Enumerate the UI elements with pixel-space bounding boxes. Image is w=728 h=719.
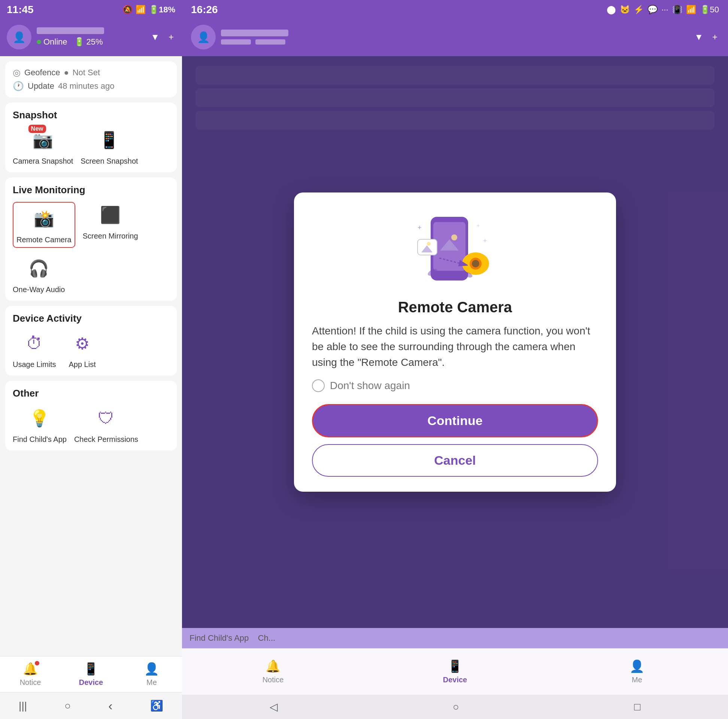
- screen-snapshot-icon-wrap: 📱: [96, 127, 122, 153]
- header-info-right: [221, 30, 688, 44]
- info-section: ◎ Geofence ● Not Set 🕐 Update 48 minutes…: [5, 61, 177, 97]
- header-right: 👤 ▼ +: [182, 20, 728, 56]
- avatar-right: 👤: [191, 25, 216, 49]
- notification-icon: 🔕: [122, 5, 133, 15]
- status-icons-left: 🔕 📶 🔋18%: [122, 5, 175, 15]
- other-items: 💡 Find Child's App 🛡 Check Permissions: [13, 405, 169, 444]
- header-actions-right: ▼ +: [693, 30, 719, 44]
- live-monitoring-title: Live Monitoring: [13, 184, 169, 196]
- svg-point-3: [451, 234, 457, 240]
- find-childs-app-label: Find Child's App: [13, 435, 67, 444]
- app-list-label: App List: [69, 360, 95, 369]
- wifi-right-icon: 📶: [686, 5, 696, 15]
- new-badge: New: [29, 125, 46, 133]
- me-icon-right: 👤: [630, 659, 644, 673]
- home-button-right[interactable]: ○: [453, 701, 459, 713]
- username-bar: [37, 28, 104, 34]
- app-list-icon: ⚙: [75, 334, 90, 353]
- find-childs-app-button[interactable]: 💡 Find Child's App: [13, 405, 67, 444]
- header-actions: ▼ +: [149, 30, 175, 44]
- one-way-audio-icon: 🎧: [29, 259, 49, 278]
- camera-snapshot-button[interactable]: New 📷 Camera Snapshot: [13, 127, 73, 165]
- nav-device-left[interactable]: 📱 Device: [61, 656, 121, 692]
- dropdown-button[interactable]: ▼: [149, 30, 161, 44]
- nav-me-left[interactable]: 👤 Me: [121, 656, 182, 692]
- usage-limits-button[interactable]: ⏱ Usage Limits: [13, 330, 56, 369]
- nav-notice-label-right: Notice: [263, 676, 284, 684]
- check-permissions-button[interactable]: 🛡 Check Permissions: [74, 405, 138, 444]
- screen-snapshot-icon: 📱: [99, 130, 119, 150]
- modal-body: Attention! If the child is using the cam…: [312, 323, 598, 370]
- modal-illustration: + + +: [406, 208, 504, 290]
- battery-percent: 25%: [87, 37, 103, 47]
- add-button[interactable]: +: [167, 30, 175, 44]
- system-nav-left: ||| ○ ‹ ♿: [0, 692, 182, 719]
- add-button-right[interactable]: +: [711, 30, 719, 44]
- camera-snapshot-icon-wrap: New 📷: [30, 127, 56, 153]
- screen-snapshot-button[interactable]: 📱 Screen Snapshot: [81, 127, 138, 165]
- screen-mirroring-label: Screen Mirroring: [83, 232, 138, 240]
- update-value: 48 minutes ago: [58, 81, 114, 91]
- camera-snapshot-icon: 📷: [32, 130, 53, 150]
- notice-icon-right: 🔔: [266, 659, 280, 673]
- remote-camera-button[interactable]: 📸 Remote Camera: [13, 202, 75, 248]
- nav-me-right[interactable]: 👤 Me: [546, 654, 728, 689]
- accessibility-icon: ♿: [150, 699, 163, 712]
- find-childs-app-icon-wrap: 💡: [27, 405, 53, 431]
- nav-notice-left[interactable]: 🔔 Notice: [0, 656, 61, 692]
- app-list-button[interactable]: ⚙ App List: [64, 330, 101, 369]
- nav-notice-label-left: Notice: [20, 678, 41, 687]
- wifi-icon: 📶: [136, 5, 146, 15]
- geofence-row: ◎ Geofence ● Not Set: [13, 67, 169, 78]
- circle-icon: ⬤: [607, 5, 616, 15]
- battery-right-icon: 🔋50: [700, 5, 719, 15]
- continue-button[interactable]: Continue: [312, 404, 598, 438]
- live-monitoring-items: 📸 Remote Camera ⬛ Screen Mirroring 🎧 One…: [13, 202, 169, 294]
- nav-device-label-left: Device: [79, 678, 103, 687]
- time-left: 11:45: [7, 4, 34, 16]
- dont-show-again-radio[interactable]: [312, 379, 325, 392]
- back-button-right[interactable]: ◁: [270, 701, 278, 713]
- one-way-audio-label: One-Way Audio: [13, 285, 65, 294]
- geofence-dot: ●: [64, 68, 69, 78]
- back-button-left[interactable]: ‹: [108, 698, 112, 713]
- header-left: 👤 Online 🔋 25% ▼ +: [0, 20, 182, 56]
- nav-notice-right[interactable]: 🔔 Notice: [182, 654, 364, 689]
- update-row: 🕐 Update 48 minutes ago: [13, 81, 169, 91]
- recent-button-right[interactable]: □: [634, 701, 640, 713]
- status-bar-left: 11:45 🔕 📶 🔋18%: [0, 0, 182, 20]
- message-icon: 💬: [647, 5, 658, 15]
- one-way-audio-icon-wrap: 🎧: [26, 255, 52, 281]
- dont-show-again-label: Don't show again: [330, 380, 410, 392]
- snapshot-title: Snapshot: [13, 109, 169, 121]
- screen-mirroring-icon-wrap: ⬛: [97, 202, 124, 228]
- me-icon-left: 👤: [144, 662, 159, 676]
- camera-snapshot-label: Camera Snapshot: [13, 157, 73, 165]
- device-icon-right: 📱: [448, 659, 462, 673]
- usage-limits-icon: ⏱: [26, 334, 43, 353]
- home-button-left[interactable]: ○: [64, 700, 71, 712]
- battery-icon-left: 🔋18%: [149, 5, 175, 15]
- usage-limits-label: Usage Limits: [13, 360, 56, 369]
- bottom-nav-left: 🔔 Notice 📱 Device 👤 Me: [0, 656, 182, 692]
- system-nav-right: ◁ ○ □: [182, 695, 728, 719]
- menu-button-left[interactable]: |||: [19, 700, 27, 712]
- modal-title: Remote Camera: [398, 299, 512, 316]
- nav-device-right[interactable]: 📱 Device: [364, 654, 546, 689]
- notice-dot: [35, 661, 39, 665]
- svg-point-6: [427, 242, 431, 246]
- bottom-text-right: Find Child's App Ch...: [190, 633, 275, 643]
- screen-mirroring-button[interactable]: ⬛ Screen Mirroring: [83, 202, 138, 248]
- geofence-label: Geofence: [24, 68, 60, 78]
- app-list-icon-wrap: ⚙: [69, 330, 95, 356]
- online-dot: [37, 40, 41, 44]
- one-way-audio-button[interactable]: 🎧 One-Way Audio: [13, 255, 65, 294]
- dropdown-button-right[interactable]: ▼: [693, 30, 705, 44]
- bottom-nav-right: 🔔 Notice 📱 Device 👤 Me: [182, 648, 728, 695]
- vibrate-icon: 📳: [672, 5, 682, 15]
- cancel-button[interactable]: Cancel: [312, 444, 598, 477]
- svg-text:+: +: [477, 222, 480, 228]
- status-icons-right: ⬤ 🐱 ⚡ 💬 ··· 📳 📶 🔋50: [607, 5, 719, 15]
- online-status: Online 🔋 25%: [37, 37, 144, 47]
- remote-camera-icon: 📸: [34, 209, 54, 228]
